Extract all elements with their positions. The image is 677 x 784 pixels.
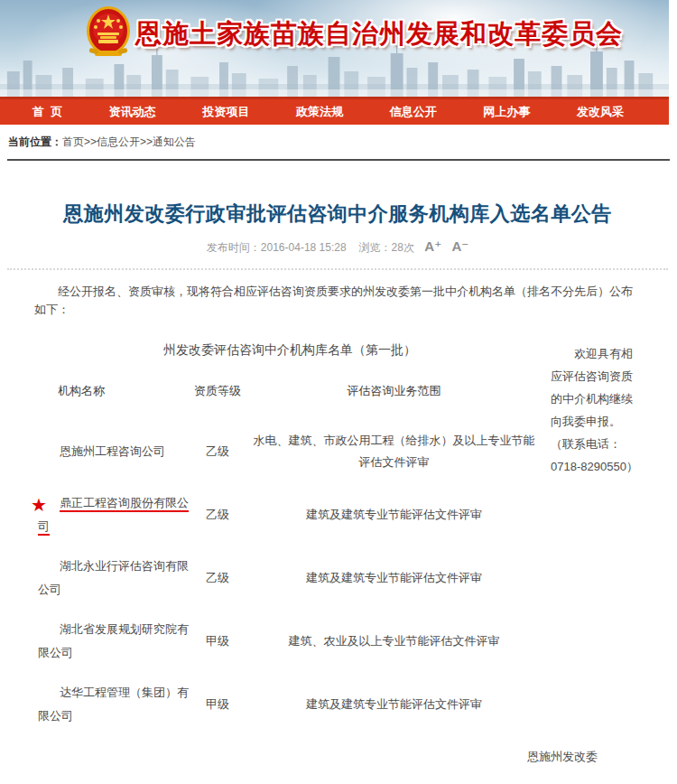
- table-row: 恩施州工程咨询公司 乙级 水电、建筑、市政公用工程（给排水）及以上专业节能评估文…: [34, 420, 545, 483]
- col-header-grade: 资质等级: [192, 362, 243, 420]
- nav-item-online[interactable]: 网上办事: [483, 104, 530, 120]
- font-smaller-button[interactable]: A⁻: [451, 238, 468, 255]
- nav-item-policy[interactable]: 政策法规: [296, 104, 343, 120]
- highlighted-agency-name: 鼎正工程咨询股份有限公司: [38, 496, 189, 533]
- agency-grade: 甲级: [192, 610, 243, 673]
- list-title: 州发改委评估咨询中介机构库名单（第一批）: [34, 342, 545, 359]
- agency-name: ★ 鼎正工程咨询股份有限公司: [34, 483, 192, 546]
- nav-item-investment[interactable]: 投资项目: [202, 104, 249, 120]
- dotted-divider: [7, 268, 668, 270]
- article: 恩施州发改委行政审批评估咨询中介服务机构库入选名单公告 发布时间：2016-04…: [0, 201, 677, 784]
- agency-table: 机构名称 资质等级 评估咨询业务范围 恩施州工程咨询公司 乙级 水电、建筑、市政…: [34, 362, 545, 736]
- agency-name: 恩施州工程咨询公司: [34, 420, 192, 483]
- nav-item-disclosure[interactable]: 信息公开: [390, 104, 437, 120]
- agency-name: 湖北省发展规划研究院有限公司: [34, 610, 192, 673]
- star-icon: ★: [31, 496, 47, 514]
- content-columns: 州发改委评估咨询中介机构库名单（第一批） 机构名称 资质等级 评估咨询业务范围 …: [34, 342, 641, 736]
- agency-scope: 建筑、农业及以上专业节能评估文件评审: [243, 610, 545, 673]
- font-larger-button[interactable]: A⁺: [424, 238, 441, 255]
- article-meta: 发布时间：2016-04-18 15:28浏览：28次 A⁺ A⁻: [34, 238, 641, 256]
- breadcrumb: 当前位置：首页>>信息公开>>通知公告: [0, 125, 677, 156]
- site-title: 恩施土家族苗族自治州发展和改革委员会: [135, 16, 641, 52]
- table-header-row: 机构名称 资质等级 评估咨询业务范围: [34, 362, 545, 420]
- roster-column: 州发改委评估咨询中介机构库名单（第一批） 机构名称 资质等级 评估咨询业务范围 …: [34, 342, 545, 736]
- agency-grade: 乙级: [192, 483, 243, 546]
- intro-paragraph: 经公开报名、资质审核，现将符合相应评估咨询资质要求的州发改委第一批中介机构名单（…: [34, 283, 641, 319]
- main-nav: 首 页 资讯动态 投资项目 政策法规 信息公开 网上办事 发改风采: [0, 97, 669, 125]
- agency-grade: 乙级: [192, 546, 243, 610]
- header-banner: 恩施土家族苗族自治州发展和改革委员会: [0, 0, 669, 97]
- views-label: 浏览：: [359, 241, 392, 254]
- col-header-scope: 评估咨询业务范围: [243, 362, 545, 420]
- agency-scope: 建筑及建筑专业节能评估文件评审: [243, 546, 545, 610]
- agency-scope: 建筑及建筑专业节能评估文件评审: [243, 673, 545, 736]
- agency-name: 湖北永业行评估咨询有限公司: [34, 546, 192, 610]
- nav-item-style[interactable]: 发改风采: [577, 104, 624, 120]
- divider-line: [7, 159, 670, 161]
- breadcrumb-path[interactable]: 首页>>信息公开>>通知公告: [62, 135, 196, 148]
- agency-name: 达华工程管理（集团）有限公司: [34, 673, 192, 736]
- table-row: 湖北永业行评估咨询有限公司 乙级 建筑及建筑专业节能评估文件评审: [34, 546, 545, 610]
- table-row: 达华工程管理（集团）有限公司 甲级 建筑及建筑专业节能评估文件评审: [34, 673, 545, 736]
- agency-scope: 水电、建筑、市政公用工程（给排水）及以上专业节能评估文件评审: [243, 420, 545, 483]
- page-title: 恩施州发改委行政审批评估咨询中介服务机构库入选名单公告: [34, 201, 641, 228]
- table-row-highlighted: ★ 鼎正工程咨询股份有限公司 乙级 建筑及建筑专业节能评估文件评审: [34, 483, 545, 546]
- agency-scope: 建筑及建筑专业节能评估文件评审: [243, 483, 545, 546]
- views-count: 28次: [392, 241, 414, 254]
- header-banner-wrap: 恩施土家族苗族自治州发展和改革委员会 首 页 资讯动态 投资项目 政策法规 信息…: [0, 0, 669, 125]
- nav-item-home[interactable]: 首 页: [32, 104, 62, 120]
- issuer-signature: 恩施州发改委: [34, 749, 641, 765]
- col-header-agency-name: 机构名称: [34, 362, 192, 420]
- page: 恩施土家族苗族自治州发展和改革委员会 首 页 资讯动态 投资项目 政策法规 信息…: [0, 0, 677, 784]
- table-row: 湖北省发展规划研究院有限公司 甲级 建筑、农业及以上专业节能评估文件评审: [34, 610, 545, 673]
- agency-grade: 甲级: [192, 673, 243, 736]
- breadcrumb-label: 当前位置：: [8, 135, 62, 148]
- side-note: 欢迎具有相应评估咨询资质的中介机构继续向我委申报。（联系电话：0718-8290…: [551, 342, 641, 736]
- publish-time: 2016-04-18 15:28: [261, 241, 347, 254]
- agency-grade: 乙级: [192, 420, 243, 483]
- national-emblem-icon: [86, 5, 131, 61]
- nav-item-news[interactable]: 资讯动态: [109, 104, 156, 120]
- publish-time-label: 发布时间：: [207, 241, 261, 254]
